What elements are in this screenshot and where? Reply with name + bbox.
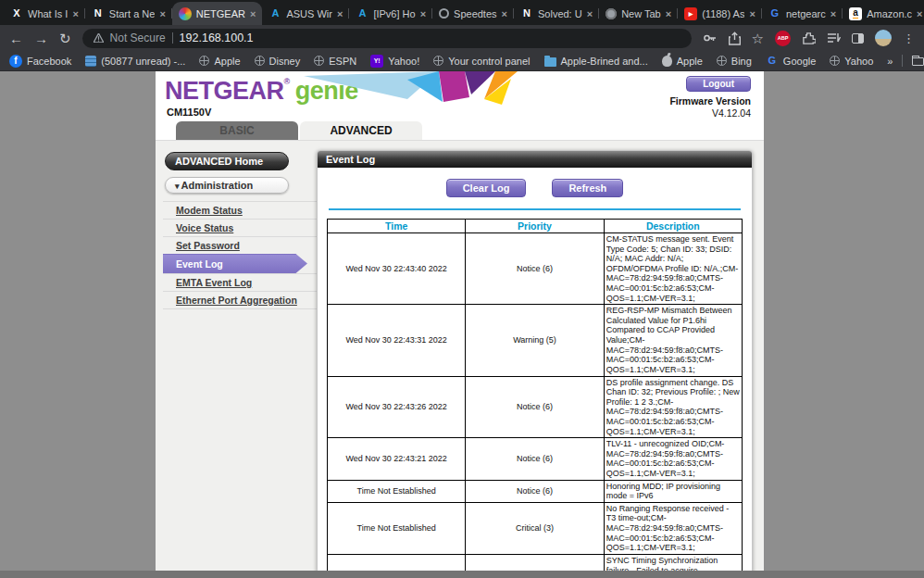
bookmark-item[interactable]: Apple — [662, 56, 703, 67]
sidebar-item[interactable]: Event Log — [163, 254, 307, 273]
bookmark-item[interactable]: ESPN — [314, 56, 356, 67]
bookmarks-divider — [902, 55, 903, 67]
bookmark-item[interactable]: Disney — [255, 56, 301, 67]
firmware-version: Firmware Version V4.12.04 — [669, 95, 751, 119]
chrome-logo-icon — [606, 8, 617, 19]
table-row: Wed Nov 30 22:43:21 2022 Notice (6) TLV-… — [328, 438, 743, 480]
forward-icon[interactable]: → — [34, 31, 48, 45]
youtube-logo-icon — [684, 7, 697, 20]
bookmark-item[interactable]: Apple — [199, 56, 240, 67]
event-log-table: TimePriorityDescription Wed Nov 30 22:43… — [327, 219, 743, 578]
logout-button[interactable]: Logout — [686, 76, 751, 92]
bookmark-item[interactable]: Bing — [717, 56, 752, 67]
url-text[interactable]: 192.168.100.1 — [180, 31, 254, 44]
bookmark-item[interactable]: Yahoo! — [370, 55, 419, 68]
browser-tab[interactable]: Amazon.c × — [843, 2, 924, 25]
extensions-puzzle-icon[interactable] — [802, 31, 816, 45]
tab-close-icon[interactable]: × — [420, 8, 426, 19]
bookmark-item[interactable]: Yahoo — [830, 56, 873, 67]
tab-advanced[interactable]: ADVANCED — [300, 121, 422, 140]
browser-tab[interactable]: [IPv6] Ho × — [349, 2, 432, 25]
reload-icon[interactable]: ↻ — [59, 31, 71, 45]
bookmark-star-icon[interactable]: ☆ — [752, 31, 764, 45]
event-priority: Notice (6) — [466, 480, 604, 502]
clear-log-button[interactable]: Clear Log — [446, 179, 527, 197]
browser-tab[interactable]: Start a Ne × — [85, 2, 172, 25]
bookmark-item[interactable]: Google — [766, 55, 816, 68]
bookmarks-list: Facebook (50877 unread) -... Apple Disne… — [9, 55, 873, 68]
tab-title: Amazon.c — [867, 8, 912, 19]
adblock-plus-icon[interactable]: ABP — [775, 31, 791, 46]
mail-stack-icon — [85, 56, 96, 67]
back-icon[interactable]: ← — [9, 31, 23, 45]
side-panel-icon[interactable] — [852, 33, 864, 44]
browser-tab[interactable]: Speedtes × — [432, 2, 514, 25]
tab-close-icon[interactable]: × — [250, 8, 256, 19]
share-icon[interactable] — [729, 31, 741, 45]
tab-title: Speedtes — [454, 8, 496, 19]
apple-logo-icon — [662, 56, 672, 67]
tab-close-icon[interactable]: × — [749, 8, 755, 19]
globe-icon — [255, 56, 265, 66]
event-priority: Critical (3) — [466, 554, 604, 578]
browser-tab[interactable]: What Is I × — [4, 2, 85, 25]
bookmark-item[interactable]: Your control panel — [433, 56, 530, 67]
browser-toolbar: ← → ↻ Not Secure 192.168.100.1 ☆ ABP ⋮ — [0, 25, 924, 51]
tab-basic[interactable]: BASIC — [176, 121, 298, 140]
event-description: REG-RSP-MP Mismatch Between Calculated V… — [604, 305, 742, 376]
bookmark-item[interactable]: Apple-Brined and... — [544, 56, 648, 67]
reading-list-icon[interactable] — [827, 32, 841, 44]
password-key-icon[interactable] — [703, 31, 718, 44]
event-priority: Warning (5) — [466, 305, 604, 376]
bookmark-label: Apple-Brined and... — [561, 56, 648, 67]
browser-tab[interactable]: (1188) As × — [678, 2, 762, 25]
browser-tab[interactable]: NETGEAR × — [172, 2, 263, 25]
table-header: Time — [328, 220, 466, 233]
tab-close-icon[interactable]: × — [159, 8, 165, 19]
profile-avatar[interactable] — [875, 30, 892, 46]
event-time: Wed Nov 30 22:43:21 2022 — [328, 438, 466, 480]
tab-close-icon[interactable]: × — [917, 8, 922, 19]
omnibox-divider — [172, 32, 173, 44]
sidebar-advanced-home[interactable]: ADVANCED Home — [165, 152, 289, 170]
site-header: NETGEAR®genie® CM1150V Logout Firmware V… — [156, 71, 764, 121]
globe-icon — [717, 56, 727, 66]
tab-title: ASUS Wir — [286, 8, 332, 19]
browser-tab[interactable]: netgearc × — [762, 2, 843, 25]
sidebar: ADVANCED Home ▾Administration Modem Stat… — [163, 150, 317, 578]
sidebar-item[interactable]: Set Password — [163, 236, 317, 254]
table-row: Wed Nov 30 22:43:31 2022 Warning (5) REG… — [328, 305, 743, 376]
sidebar-item[interactable]: Voice Status — [163, 219, 317, 236]
notion-logo-icon — [92, 7, 105, 20]
browser-menu-icon[interactable]: ⋮ — [903, 31, 915, 45]
tab-close-icon[interactable]: × — [72, 8, 78, 19]
event-priority: Critical (3) — [466, 502, 604, 554]
tab-close-icon[interactable]: × — [337, 8, 343, 19]
browser-tab[interactable]: Solved: U × — [514, 2, 599, 25]
bookmark-item[interactable]: Facebook — [9, 55, 71, 68]
sidebar-item[interactable]: EMTA Event Log — [163, 273, 317, 291]
site-tabs: BASIC ADVANCED — [156, 121, 764, 140]
browser-tab[interactable]: ASUS Wir × — [262, 2, 349, 25]
refresh-button[interactable]: Refresh — [552, 179, 623, 197]
sidebar-section-administration[interactable]: ▾Administration — [165, 177, 289, 194]
bookmarks-overflow-icon[interactable]: » — [887, 56, 893, 67]
tab-close-icon[interactable]: × — [502, 8, 507, 19]
event-log-panel: Event Log Clear Log Refresh TimePriority… — [317, 150, 753, 578]
event-description: No Ranging Response received - T3 time-o… — [604, 502, 742, 554]
tab-title: What Is I — [28, 8, 68, 19]
bookmark-label: Disney — [269, 56, 301, 67]
tab-close-icon[interactable]: × — [666, 8, 671, 19]
tab-close-icon[interactable]: × — [587, 8, 593, 19]
browser-tab[interactable]: New Tab × — [599, 2, 678, 25]
sidebar-item[interactable]: Modem Status — [163, 201, 317, 219]
sidebar-item[interactable]: Ethernet Port Aggregation — [163, 291, 317, 309]
bookmark-item[interactable]: (50877 unread) -... — [85, 56, 185, 67]
bookmark-label: Apple — [214, 56, 240, 67]
tab-title: netgearc — [786, 8, 826, 19]
other-bookmarks[interactable]: Other Bookmarks — [912, 56, 924, 67]
address-bar[interactable]: Not Secure 192.168.100.1 — [82, 29, 692, 48]
tab-close-icon[interactable]: × — [830, 8, 836, 19]
table-row: Wed Nov 30 22:43:26 2022 Notice (6) DS p… — [328, 376, 743, 438]
bookmark-label: Apple — [677, 56, 703, 67]
